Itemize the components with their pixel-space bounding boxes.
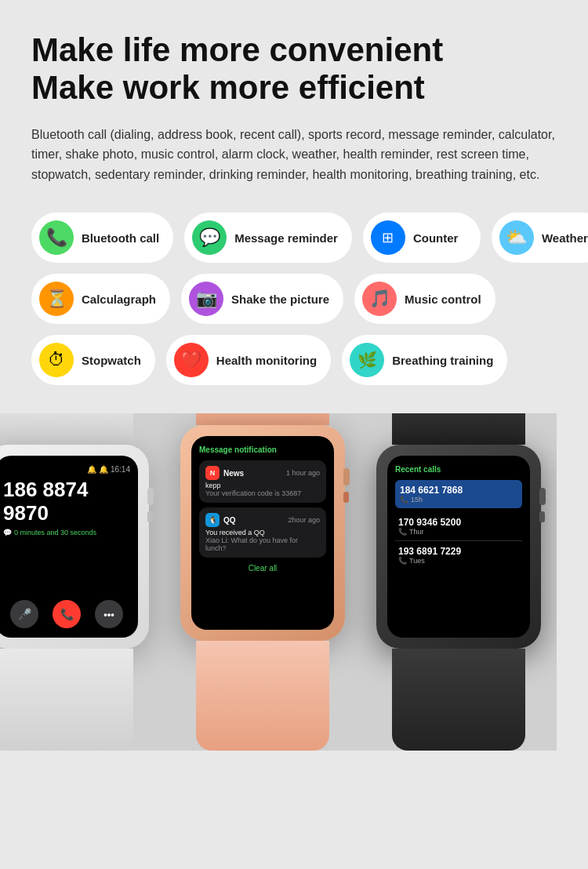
news-msg: Your verification code is 33687 <box>205 489 320 497</box>
features-row-2: ⏳ Calculagraph 📷 Shake the picture 🎵 Mus… <box>31 274 557 324</box>
page-wrapper: Make life more convenient Make work more… <box>0 0 588 385</box>
news-icon: N <box>205 466 220 480</box>
call-num-3: 193 6891 7229 <box>398 546 519 557</box>
feature-label-weather: Weather <box>542 231 588 245</box>
end-call-button[interactable]: 📞 <box>53 600 81 628</box>
band-top-pink <box>196 413 329 425</box>
watch-middle: Message notification N News 1 hour ago k… <box>180 413 345 751</box>
recent-header: Recent calls <box>395 465 522 474</box>
message-icon: 💬 <box>192 220 227 255</box>
side-btn-pink <box>343 492 349 503</box>
watch-right: Recent calls 184 6621 7868 📞15h 170 9346… <box>376 413 541 751</box>
qq-icon: 🐧 <box>205 513 220 527</box>
call-num-2: 170 9346 5200 <box>398 517 519 528</box>
notif-item-news: N News 1 hour ago kepp Your verification… <box>199 460 326 503</box>
notif-header: Message notification <box>199 445 326 454</box>
feature-label-health: Health monitoring <box>216 354 317 367</box>
band-top-black <box>392 413 525 445</box>
health-icon: ❤️ <box>174 343 209 377</box>
stopwatch-icon: ⏱ <box>39 343 74 377</box>
feature-music-control: 🎵 Music control <box>354 274 495 324</box>
features-row-1: 📞 Bluetooth call 💬 Message reminder ⊞ Co… <box>31 213 557 263</box>
screen-pink: Message notification N News 1 hour ago k… <box>191 436 334 630</box>
feature-message-reminder: 💬 Message reminder <box>184 213 352 263</box>
music-icon: 🎵 <box>362 282 397 316</box>
recent-call-1: 184 6621 7868 📞15h <box>395 480 522 508</box>
call-detail-3: 📞Tues <box>398 557 519 565</box>
qq-app-name: QQ <box>223 516 236 525</box>
notif-item-qq: 🐧 QQ 2hour ago You received a QQ Xiao Li… <box>199 507 326 558</box>
phone-icon: 📞 <box>39 220 74 255</box>
headline-line2: Make work more efficient <box>31 69 425 106</box>
headline-line1: Make life more convenient <box>31 31 443 68</box>
recent-call-2: 170 9346 5200 📞Thur <box>395 512 522 541</box>
qq-sender: You received a QQ <box>205 529 320 536</box>
band-bottom-white <box>0 649 133 751</box>
feature-label-message: Message reminder <box>234 231 338 245</box>
feature-label-counter: Counter <box>413 231 459 245</box>
news-time: 1 hour ago <box>286 469 320 477</box>
crown-pink <box>343 468 350 485</box>
features-row-3: ⏱ Stopwatch ❤️ Health monitoring 🌿 Breat… <box>31 335 557 385</box>
feature-label-shake: Shake the picture <box>231 293 329 306</box>
feature-label-stopwatch: Stopwatch <box>82 354 141 367</box>
screen-content-pink: Message notification N News 1 hour ago k… <box>191 436 334 630</box>
watch-case-pink: Message notification N News 1 hour ago k… <box>180 425 345 641</box>
band-bottom-pink <box>196 641 329 751</box>
feature-label-bluetooth-call: Bluetooth call <box>82 231 159 245</box>
band-bottom-black <box>392 649 525 751</box>
feature-stopwatch: ⏱ Stopwatch <box>31 335 155 385</box>
feature-health-monitoring: ❤️ Health monitoring <box>166 335 331 385</box>
weather-icon: ⛅ <box>499 220 534 255</box>
headline: Make life more convenient Make work more… <box>31 31 557 107</box>
recent-call-3: 193 6891 7229 📞Tues <box>395 541 522 569</box>
counter-icon: ⊞ <box>371 220 405 255</box>
crown-white <box>147 488 154 505</box>
calculagraph-icon: ⏳ <box>39 282 74 316</box>
screen-content-white: 🔔 🔔 16:14 186 8874 9870 💬 0 minutes and … <box>0 456 138 638</box>
screen-content-black: Recent calls 184 6621 7868 📞15h 170 9346… <box>387 456 530 638</box>
call-number: 186 8874 9870 <box>3 478 130 525</box>
feature-label-breathing: Breathing training <box>392 354 493 367</box>
feature-bluetooth-call: 📞 Bluetooth call <box>31 213 173 263</box>
breathing-icon: 🌿 <box>350 343 384 377</box>
mute-button[interactable]: 🎤 <box>10 600 38 628</box>
camera-icon: 📷 <box>189 282 223 316</box>
call-duration: 💬 0 minutes and 30 seconds <box>3 529 130 536</box>
watch-case-white: 🔔 🔔 16:14 186 8874 9870 💬 0 minutes and … <box>0 445 149 649</box>
watches-section: 🔔 🔔 16:14 186 8874 9870 💬 0 minutes and … <box>0 413 557 751</box>
crown-black <box>539 488 546 505</box>
feature-weather: ⛅ Weather <box>492 213 588 263</box>
feature-breathing-training: 🌿 Breathing training <box>342 335 507 385</box>
more-button[interactable]: ••• <box>95 600 123 628</box>
news-sender: kepp <box>205 482 320 489</box>
screen-white: 🔔 🔔 16:14 186 8874 9870 💬 0 minutes and … <box>0 456 138 638</box>
call-actions: 🎤 📞 ••• <box>3 587 130 628</box>
call-time: 🔔 🔔 16:14 <box>3 465 130 474</box>
feature-shake-picture: 📷 Shake the picture <box>181 274 343 324</box>
band-top-white <box>0 413 133 445</box>
feature-counter: ⊞ Counter <box>363 213 481 263</box>
news-app-name: News <box>223 469 244 478</box>
description: Bluetooth call (dialing, address book, r… <box>31 125 557 185</box>
feature-calculagraph: ⏳ Calculagraph <box>31 274 170 324</box>
clear-all[interactable]: Clear all <box>199 564 326 573</box>
call-detail-2: 📞Thur <box>398 528 519 536</box>
call-num-1: 184 6621 7868 <box>400 485 517 496</box>
call-detail-1: 📞15h <box>400 496 517 504</box>
side-btn-black <box>539 511 545 522</box>
watch-case-black: Recent calls 184 6621 7868 📞15h 170 9346… <box>376 445 541 649</box>
side-btn-white <box>147 511 153 522</box>
feature-label-music: Music control <box>405 293 481 306</box>
features-grid: 📞 Bluetooth call 💬 Message reminder ⊞ Co… <box>31 213 557 385</box>
qq-msg: Xiao Li: What do you have for lunch? <box>205 536 320 552</box>
watch-left: 🔔 🔔 16:14 186 8874 9870 💬 0 minutes and … <box>0 413 149 751</box>
feature-label-calculagraph: Calculagraph <box>82 293 156 306</box>
screen-black: Recent calls 184 6621 7868 📞15h 170 9346… <box>387 456 530 638</box>
qq-time: 2hour ago <box>288 516 320 524</box>
